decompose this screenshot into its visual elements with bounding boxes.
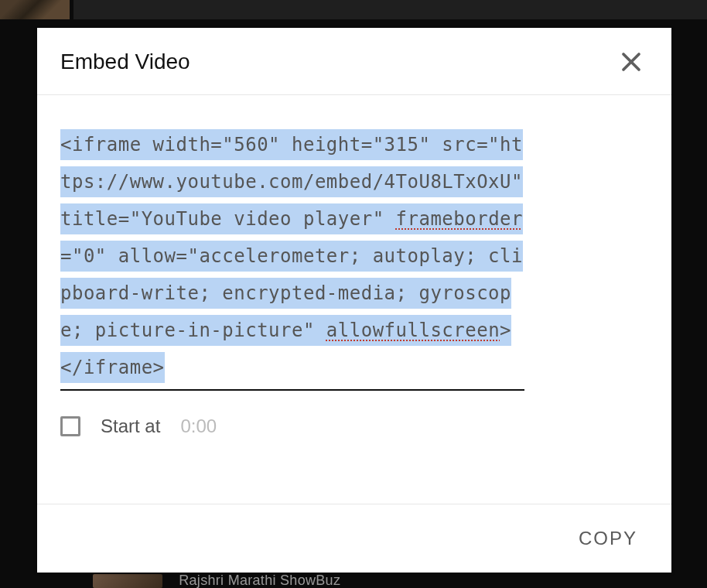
- start-at-label: Start at: [101, 415, 160, 437]
- modal-overlay: Embed Video <iframe width="560" height="…: [0, 0, 707, 588]
- scroll-filler: [60, 437, 648, 504]
- copy-button[interactable]: COPY: [571, 521, 645, 556]
- dialog-body-wrap: <iframe width="560" height="315" src="ht…: [37, 95, 671, 504]
- start-at-checkbox[interactable]: [60, 416, 80, 436]
- close-icon: [620, 50, 643, 74]
- embed-video-dialog: Embed Video <iframe width="560" height="…: [37, 28, 671, 573]
- start-at-time-input[interactable]: 0:00: [180, 415, 217, 437]
- embed-code-misspelled-span: frameborder: [396, 203, 523, 234]
- dialog-body-scroll[interactable]: <iframe width="560" height="315" src="ht…: [37, 95, 671, 504]
- dialog-title: Embed Video: [60, 50, 190, 74]
- dialog-footer: COPY: [37, 504, 671, 573]
- embed-code-textarea[interactable]: <iframe width="560" height="315" src="ht…: [60, 118, 524, 391]
- close-button[interactable]: [614, 45, 648, 79]
- embed-code-misspelled-span: allowfullscreen: [326, 315, 500, 346]
- start-at-row: Start at 0:00: [60, 415, 648, 437]
- dialog-header: Embed Video: [37, 28, 671, 94]
